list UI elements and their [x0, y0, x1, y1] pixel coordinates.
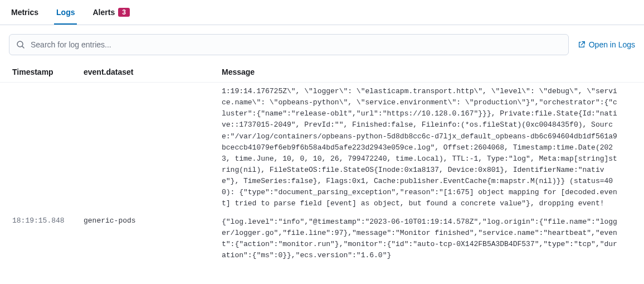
cell-timestamp: 18:19:15.848 [12, 216, 84, 225]
tab-alerts[interactable]: Alerts 3 [90, 2, 131, 25]
search-input[interactable] [31, 40, 562, 49]
cell-message: 1:19:14.176725Z\", \"logger\": \"elastic… [222, 86, 632, 210]
column-header-timestamp[interactable]: Timestamp [12, 68, 84, 76]
tabs-bar: Metrics Logs Alerts 3 [0, 0, 644, 25]
table-row[interactable]: 1:19:14.176725Z\", \"logger\": \"elastic… [0, 83, 644, 213]
cell-dataset: generic-pods [84, 216, 222, 225]
tab-metrics-label: Metrics [11, 8, 38, 17]
open-in-logs-label: Open in Logs [589, 40, 635, 49]
search-box[interactable] [9, 34, 569, 55]
alerts-count-badge: 3 [118, 8, 130, 17]
tab-logs[interactable]: Logs [54, 2, 77, 25]
table-row[interactable]: 18:19:15.848 generic-pods {"log.level":"… [0, 213, 644, 265]
svg-line-1 [22, 46, 24, 48]
table-header: Timestamp event.dataset Message [0, 62, 644, 83]
open-in-logs-link[interactable]: Open in Logs [578, 40, 635, 49]
search-row: Open in Logs [0, 25, 644, 62]
search-icon [16, 40, 25, 49]
tab-alerts-label: Alerts [92, 8, 115, 17]
column-header-dataset[interactable]: event.dataset [84, 68, 222, 76]
tab-logs-label: Logs [56, 8, 75, 17]
column-header-message[interactable]: Message [222, 68, 644, 76]
cell-message: {"log.level":"info","@timestamp":"2023-0… [222, 216, 632, 262]
external-link-icon [578, 41, 586, 49]
tab-metrics[interactable]: Metrics [9, 2, 41, 25]
